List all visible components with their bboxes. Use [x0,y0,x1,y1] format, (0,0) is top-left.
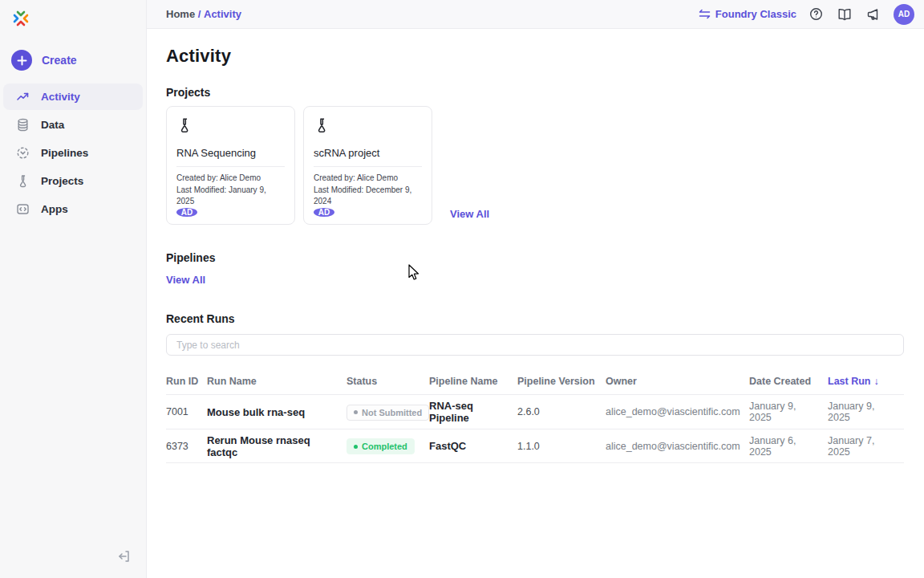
flask-icon [176,117,285,136]
recent-runs-heading: Recent Runs [166,312,904,325]
last-run: January 9, 2025 [828,401,904,423]
topbar: Home / Activity Foundry Classic [147,0,924,29]
status-badge: Not Submitted [346,405,429,421]
run-name: Rerun Mouse rnaseq factqc [207,434,346,458]
flask-icon [16,174,30,188]
sort-desc-arrow-icon: ↓ [873,376,878,387]
sidebar-item-label: Activity [41,91,80,103]
status-badge: Completed [346,438,415,454]
project-name: RNA Sequencing [176,147,285,159]
sidebar-item-apps[interactable]: Apps [3,196,143,222]
project-owner-avatar: AD [314,208,334,217]
create-button[interactable]: Create [0,45,146,75]
run-name: Mouse bulk rna-seq [207,406,346,418]
sidebar-item-activity[interactable]: Activity [3,83,143,110]
breadcrumb-separator: / [198,8,201,20]
help-icon[interactable] [808,7,825,21]
col-run-name[interactable]: Run Name [207,376,346,387]
pipelines-view-all-link[interactable]: View All [166,274,205,286]
project-last-modified: Last Modified: December 9, 2024 [314,185,422,208]
date-created: January 9, 2025 [749,401,828,423]
pipeline-name: RNA-seq Pipeline [429,400,517,424]
project-card[interactable]: scRNA project Created by: Alice Demo Las… [303,106,432,225]
divider [314,166,422,167]
projects-cards-row: RNA Sequencing Created by: Alice Demo La… [166,106,904,225]
project-card[interactable]: RNA Sequencing Created by: Alice Demo La… [166,106,295,225]
col-pipeline-version[interactable]: Pipeline Version [517,376,606,387]
collapse-sidebar-icon[interactable] [117,549,132,564]
col-date-created[interactable]: Date Created [749,376,828,387]
col-pipeline-name[interactable]: Pipeline Name [429,376,517,387]
swap-arrows-icon [699,9,711,19]
pipeline-version: 1.1.0 [517,441,606,452]
pipeline-version: 2.6.0 [517,406,606,417]
sidebar-item-projects[interactable]: Projects [3,168,143,194]
breadcrumb[interactable]: Home / Activity [166,8,241,20]
run-id: 6373 [166,441,207,452]
breadcrumb-home[interactable]: Home [166,8,195,20]
foundry-classic-link[interactable]: Foundry Classic [699,8,796,20]
breadcrumb-current: Activity [204,8,241,20]
col-last-run-sorted[interactable]: Last Run↓ [828,376,904,387]
sidebar-item-label: Data [41,119,64,131]
sidebar-item-label: Pipelines [41,147,88,159]
app-logo[interactable] [0,0,146,31]
pipelines-heading: Pipelines [166,251,904,264]
apps-icon [16,202,30,216]
pipeline-icon [16,146,30,160]
docs-book-icon[interactable] [836,8,853,21]
table-header-row: Run ID Run Name Status Pipeline Name Pip… [166,368,904,394]
status-dot-icon [354,410,358,414]
run-status-cell: Completed [346,438,429,455]
last-run: January 7, 2025 [828,435,904,458]
projects-heading: Projects [166,86,904,99]
announcements-megaphone-icon[interactable] [865,8,882,21]
sidebar-item-data[interactable]: Data [3,112,143,138]
project-created-by: Created by: Alice Demo [314,173,422,185]
recent-runs-table: Run ID Run Name Status Pipeline Name Pip… [166,368,904,463]
sidebar-item-pipelines[interactable]: Pipelines [3,140,143,166]
col-run-id[interactable]: Run ID [166,376,207,387]
via-logo-icon [12,10,30,27]
flask-icon [314,117,422,136]
projects-view-all-link[interactable]: View All [450,208,489,220]
sidebar-item-label: Apps [41,203,68,215]
status-dot-icon [354,445,358,449]
plus-icon [11,50,32,71]
foundry-classic-label: Foundry Classic [715,8,796,20]
table-row[interactable]: 7001 Mouse bulk rna-seq Not Submitted RN… [166,394,904,429]
project-last-modified: Last Modified: January 9, 2025 [176,185,285,208]
divider [176,166,285,167]
page-title: Activity [166,46,904,67]
topbar-actions: Foundry Classic AD [699,4,914,25]
date-created: January 6, 2025 [749,435,828,458]
table-row[interactable]: 6373 Rerun Mouse rnaseq factqc Completed… [166,429,904,463]
sidebar-nav: Create Activity Data [0,45,146,222]
owner: alice_demo@viascientific.com [606,406,749,417]
project-created-by: Created by: Alice Demo [176,173,285,185]
user-avatar[interactable]: AD [894,4,914,25]
col-owner[interactable]: Owner [606,376,749,387]
create-label: Create [42,54,77,67]
col-status[interactable]: Status [346,376,429,387]
project-owner-avatar: AD [176,208,197,217]
run-id: 7001 [166,406,207,417]
col-last-run-label: Last Run [828,376,870,387]
sidebar-item-label: Projects [41,175,83,187]
search-input[interactable] [166,334,904,356]
run-status-cell: Not Submitted [346,403,429,421]
project-name: scRNA project [314,147,422,159]
pipeline-name: FastQC [429,440,517,452]
sidebar: Create Activity Data [0,0,147,578]
owner: alice_demo@viascientific.com [606,441,749,452]
main-content: Activity Projects RNA Sequencing Created… [147,29,924,578]
trend-icon [16,90,30,104]
database-icon [16,118,30,132]
